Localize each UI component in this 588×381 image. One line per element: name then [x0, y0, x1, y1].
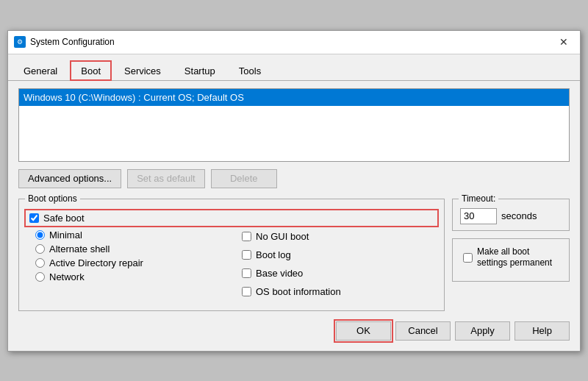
title-bar: ⚙ System Configuration ✕: [8, 31, 580, 54]
tab-bar: General Boot Services Startup Tools: [8, 54, 580, 81]
ok-button[interactable]: OK: [336, 321, 391, 341]
radio-network-row: Network: [26, 271, 224, 282]
timeout-box: Timeout: seconds: [452, 199, 570, 231]
make-permanent-row: Make all boot settings permanent: [460, 245, 562, 271]
boot-log-checkbox[interactable]: [242, 250, 251, 260]
boot-options-label: Boot options: [25, 193, 80, 204]
action-buttons-row: Advanced options... Set as default Delet…: [18, 169, 570, 188]
window-title: System Configuration: [30, 37, 553, 47]
safe-boot-row: Safe boot: [26, 211, 437, 225]
radio-adrepair-row: Active Directory repair: [26, 257, 224, 268]
right-panel: Timeout: seconds Make all boot settings …: [452, 199, 570, 311]
no-gui-boot-row: No GUI boot: [239, 229, 437, 243]
safe-boot-checkbox[interactable]: [29, 213, 39, 223]
boot-list-item[interactable]: Windows 10 (C:\Windows) : Current OS; De…: [19, 89, 569, 106]
boot-log-row: Boot log: [239, 248, 437, 262]
make-permanent-checkbox[interactable]: [463, 253, 473, 263]
cancel-button[interactable]: Cancel: [395, 321, 451, 341]
boot-log-label: Boot log: [256, 249, 291, 260]
tab-content: Windows 10 (C:\Windows) : Current OS; De…: [8, 81, 580, 351]
safe-boot-label: Safe boot: [43, 213, 85, 224]
checkbox-options-col: No GUI boot Boot log Base video: [239, 229, 437, 303]
timeout-row: seconds: [460, 208, 562, 224]
main-options-area: Boot options Safe boot: [18, 199, 570, 311]
radio-network-label: Network: [49, 271, 85, 282]
window-icon: ⚙: [14, 36, 26, 48]
radio-options-col: Minimal Alternate shell Active Directory…: [26, 229, 224, 303]
radio-minimal[interactable]: [35, 230, 45, 240]
radio-network[interactable]: [35, 272, 45, 282]
radio-alternate-row: Alternate shell: [26, 243, 224, 254]
radio-alternate-label: Alternate shell: [49, 243, 110, 254]
no-gui-boot-label: No GUI boot: [256, 231, 309, 242]
help-button[interactable]: Help: [514, 321, 570, 341]
delete-button[interactable]: Delete: [211, 169, 277, 188]
no-gui-boot-checkbox[interactable]: [242, 232, 251, 241]
base-video-label: Base video: [256, 268, 303, 279]
tab-boot[interactable]: Boot: [70, 60, 112, 81]
os-boot-info-row: OS boot information: [239, 285, 437, 299]
set-as-default-button[interactable]: Set as default: [127, 169, 205, 188]
close-button[interactable]: ✕: [553, 35, 574, 49]
radio-alternate-shell[interactable]: [35, 244, 45, 254]
radio-minimal-row: Minimal: [26, 229, 224, 241]
system-configuration-window: ⚙ System Configuration ✕ General Boot Se…: [7, 30, 581, 352]
os-boot-info-checkbox[interactable]: [242, 287, 251, 296]
tab-services[interactable]: Services: [113, 60, 172, 81]
tab-tools[interactable]: Tools: [228, 60, 272, 81]
timeout-unit: seconds: [501, 210, 537, 221]
options-columns: Minimal Alternate shell Active Directory…: [26, 229, 437, 303]
bottom-buttons-row: OK Cancel Apply Help: [18, 321, 570, 343]
make-permanent-box: Make all boot settings permanent: [452, 238, 570, 282]
apply-button[interactable]: Apply: [455, 321, 510, 341]
timeout-label: Timeout:: [459, 193, 498, 204]
base-video-row: Base video: [239, 266, 437, 280]
tab-startup[interactable]: Startup: [173, 60, 226, 81]
radio-minimal-label: Minimal: [49, 229, 82, 241]
radio-adrepair-label: Active Directory repair: [49, 257, 143, 268]
boot-options-group: Boot options Safe boot: [18, 199, 445, 311]
boot-list[interactable]: Windows 10 (C:\Windows) : Current OS; De…: [18, 88, 570, 162]
radio-ad-repair[interactable]: [35, 258, 45, 268]
tab-general[interactable]: General: [12, 60, 68, 81]
make-permanent-label: Make all boot settings permanent: [477, 246, 559, 269]
os-boot-info-label: OS boot information: [256, 286, 341, 297]
timeout-input[interactable]: [460, 208, 497, 224]
advanced-options-button[interactable]: Advanced options...: [18, 169, 121, 188]
left-panel: Boot options Safe boot: [18, 199, 445, 311]
base-video-checkbox[interactable]: [242, 268, 251, 278]
